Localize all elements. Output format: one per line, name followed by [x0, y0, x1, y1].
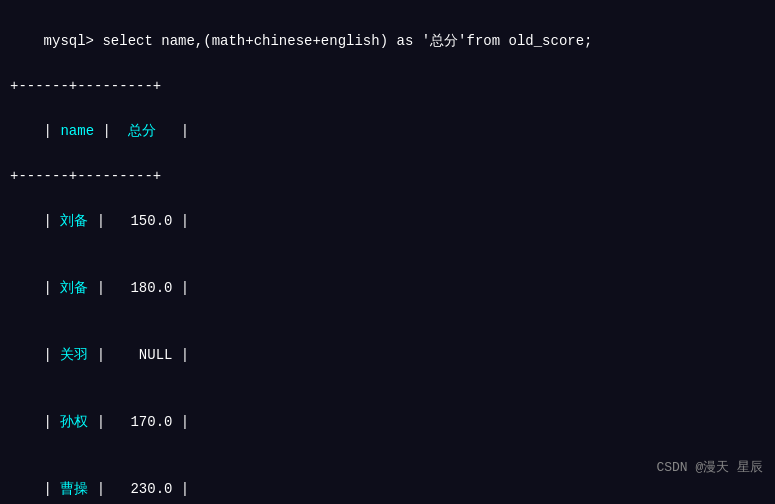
as1-keyword: as — [396, 33, 413, 49]
row3-name: 关羽 — [52, 347, 97, 363]
col-score-header: 总分 — [111, 123, 173, 139]
table1-border-top: +------+---------+ — [10, 75, 765, 97]
row2-score: 180.0 — [105, 280, 181, 296]
table1-header: | name | 总分 | — [10, 98, 765, 165]
watermark: CSDN @漫天 星辰 — [656, 458, 763, 476]
row4-name: 孙权 — [52, 414, 97, 430]
row5-name: 曹操 — [52, 481, 97, 497]
row1-score: 150.0 — [105, 213, 181, 229]
col-name-header: name — [60, 123, 94, 139]
prompt1: mysql> — [44, 33, 103, 49]
table1-row1: | 刘备 | 150.0 | — [10, 187, 765, 254]
table1-row4: | 孙权 | 170.0 | — [10, 389, 765, 456]
terminal-window: mysql> select name,(math+chinese+english… — [0, 0, 775, 504]
query1-text2: '总分'from old_score; — [413, 33, 592, 49]
row5-score: 230.0 — [105, 481, 181, 497]
row4-score: 170.0 — [105, 414, 181, 430]
table1-border-mid: +------+---------+ — [10, 165, 765, 187]
table1-row2: | 刘备 | 180.0 | — [10, 254, 765, 321]
table1-row5: | 曹操 | 230.0 | — [10, 456, 765, 504]
row3-score: NULL — [105, 347, 181, 363]
query1-text: select name,(math+chinese+english) — [102, 33, 396, 49]
row2-name: 刘备 — [52, 280, 97, 296]
query1-line: mysql> select name,(math+chinese+english… — [10, 8, 765, 75]
row1-name: 刘备 — [52, 213, 97, 229]
table1-row3: | 关羽 | NULL | — [10, 321, 765, 388]
